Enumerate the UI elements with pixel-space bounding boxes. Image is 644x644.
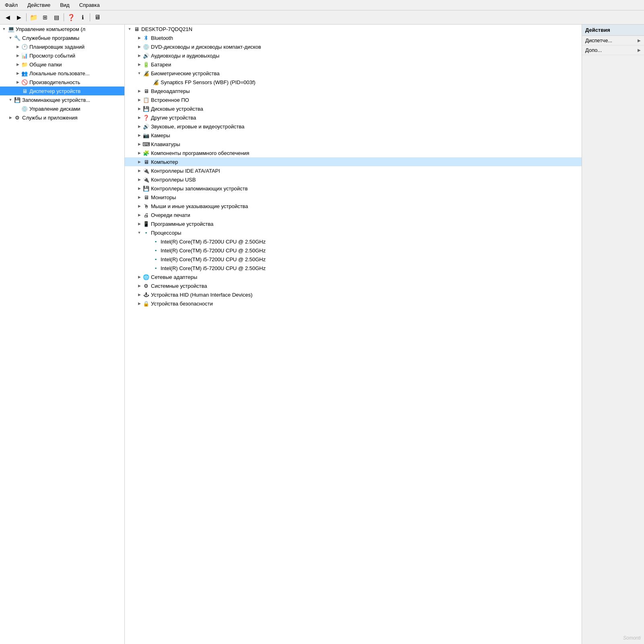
middle-tree-item-desktop-root[interactable]: ▼🖥DESKTOP-7QDQ21N xyxy=(125,25,582,33)
toggle-mid-usb[interactable]: ▶ xyxy=(136,176,142,183)
toggle-event-viewer[interactable]: ▶ xyxy=(14,52,21,59)
left-tree-item-disk-mgmt[interactable]: 💿Управление дисками xyxy=(0,104,124,113)
grid-button[interactable]: ⊞ xyxy=(40,12,50,23)
toggle-mid-system-devices[interactable]: ▶ xyxy=(136,283,142,289)
toggle-local-users[interactable]: ▶ xyxy=(14,70,21,76)
middle-tree-item-cpu2[interactable]: ▪Intel(R) Core(TM) i5-7200U CPU @ 2.50GH… xyxy=(125,246,582,255)
middle-tree-item-video[interactable]: ▶🖥Видеоадаптеры xyxy=(125,87,582,95)
toggle-mid-batteries[interactable]: ▶ xyxy=(136,61,142,68)
list-button[interactable]: ▤ xyxy=(51,12,62,23)
info-button[interactable]: ℹ xyxy=(77,12,88,23)
middle-tree-item-batteries[interactable]: ▶🔋Батареи xyxy=(125,60,582,69)
middle-tree-item-cpu1[interactable]: ▪Intel(R) Core(TM) i5-7200U CPU @ 2.50GH… xyxy=(125,237,582,246)
toggle-shared-folders[interactable]: ▶ xyxy=(14,61,21,68)
left-tree-item-event-viewer[interactable]: ▶📊Просмотр событий xyxy=(0,51,124,60)
toggle-mid-print-queues[interactable]: ▶ xyxy=(136,212,142,218)
menu-action[interactable]: Действие xyxy=(26,1,52,9)
help-button[interactable]: ❓ xyxy=(66,12,76,23)
toggle-mid-other-devices[interactable]: ▶ xyxy=(136,114,142,121)
toggle-mid-software-components[interactable]: ▶ xyxy=(136,150,142,156)
middle-tree-item-firmware[interactable]: ▶📋Встроенное ПО xyxy=(125,95,582,104)
middle-tree-item-other-devices[interactable]: ▶❓Другие устройства xyxy=(125,113,582,122)
left-tree-item-storage[interactable]: ▼💾Запоминающие устройств... xyxy=(0,95,124,104)
left-tree-item-scheduler[interactable]: ▶🕐Планировщик заданий xyxy=(0,42,124,51)
toggle-mid-storage-ctrl[interactable]: ▶ xyxy=(136,185,142,192)
middle-tree-item-synaptics[interactable]: 🔏Synaptics FP Sensors (WBF) (PID=003f) xyxy=(125,78,582,87)
left-tree-item-performance[interactable]: ▶🚫Производительность xyxy=(0,78,124,87)
back-button[interactable]: ◀ xyxy=(2,12,13,23)
action-item-Диспетче...[interactable]: Диспетче...▶ xyxy=(582,36,644,45)
middle-tree-item-cpu4[interactable]: ▪Intel(R) Core(TM) i5-7200U CPU @ 2.50GH… xyxy=(125,264,582,272)
toggle-device-manager[interactable] xyxy=(14,88,21,94)
toggle-mid-biometric[interactable]: ▼ xyxy=(136,70,142,76)
toggle-mid-bluetooth[interactable]: ▶ xyxy=(136,35,142,41)
toggle-mid-hid[interactable]: ▶ xyxy=(136,291,142,298)
menu-help[interactable]: Справка xyxy=(78,1,101,9)
middle-tree-item-biometric[interactable]: ▼🔏Биометрические устройства xyxy=(125,69,582,78)
toggle-storage[interactable]: ▼ xyxy=(7,97,14,103)
toggle-mid-cameras[interactable]: ▶ xyxy=(136,132,142,138)
middle-tree-item-bluetooth[interactable]: ▶Bluetooth xyxy=(125,33,582,42)
middle-tree-item-processors[interactable]: ▼▪Процессоры xyxy=(125,228,582,237)
middle-tree-item-ide[interactable]: ▶🔌Контроллеры IDE ATA/ATAPI xyxy=(125,166,582,175)
toggle-mid-cpu3[interactable] xyxy=(146,256,152,262)
toggle-mid-desktop-root[interactable]: ▼ xyxy=(126,26,133,32)
toggle-mid-keyboards[interactable]: ▶ xyxy=(136,141,142,147)
toggle-mid-computer[interactable]: ▶ xyxy=(136,159,142,165)
toggle-mid-cpu2[interactable] xyxy=(146,247,152,254)
menu-view[interactable]: Вид xyxy=(58,1,71,9)
action-item-Допо...[interactable]: Допо...▶ xyxy=(582,45,644,55)
toggle-mid-sw-devices[interactable]: ▶ xyxy=(136,221,142,227)
left-tree-item-shared-folders[interactable]: ▶📁Общие папки xyxy=(0,60,124,69)
middle-tree-item-hid[interactable]: ▶🕹Устройства HID (Human Interface Device… xyxy=(125,290,582,299)
toggle-mid-network[interactable]: ▶ xyxy=(136,274,142,280)
toggle-mid-cpu4[interactable] xyxy=(146,265,152,271)
middle-tree-item-audio[interactable]: ▶🔊Аудиовходы и аудиовыходы xyxy=(125,51,582,60)
toggle-mid-ide[interactable]: ▶ xyxy=(136,167,142,174)
middle-tree-item-system-devices[interactable]: ▶⚙Системные устройства xyxy=(125,281,582,290)
middle-tree-item-software-components[interactable]: ▶🧩Компоненты программного обеспечения xyxy=(125,149,582,157)
toggle-mid-security[interactable]: ▶ xyxy=(136,300,142,307)
middle-tree-item-monitors[interactable]: ▶🖥Мониторы xyxy=(125,193,582,202)
toggle-services-apps[interactable]: ▶ xyxy=(7,114,14,121)
toggle-mid-disk-drives[interactable]: ▶ xyxy=(136,105,142,112)
middle-tree-item-sound[interactable]: ▶🔊Звуковые, игровые и видеоустройства xyxy=(125,122,582,131)
toggle-mid-mice[interactable]: ▶ xyxy=(136,203,142,209)
toggle-services[interactable]: ▼ xyxy=(7,35,14,41)
toggle-mid-audio[interactable]: ▶ xyxy=(136,52,142,59)
middle-tree-item-computer[interactable]: ▶🖥Компьютер xyxy=(125,157,582,166)
left-tree-item-device-manager[interactable]: 🖥Диспетчер устройств xyxy=(0,87,124,95)
toggle-mid-video[interactable]: ▶ xyxy=(136,88,142,94)
middle-tree-item-dvd[interactable]: ▶💿DVD-дисководы и дисководы компакт-диск… xyxy=(125,42,582,51)
middle-tree-item-mice[interactable]: ▶🖱Мыши и иные указывающие устройства xyxy=(125,202,582,211)
left-tree-item-computer-mgmt[interactable]: ▼💻Управление компьютером (л xyxy=(0,25,124,33)
toggle-computer-mgmt[interactable]: ▼ xyxy=(1,26,7,32)
monitor-button[interactable]: 🖥 xyxy=(92,12,103,23)
left-tree-item-local-users[interactable]: ▶👥Локальные пользовате... xyxy=(0,69,124,78)
middle-tree-item-sw-devices[interactable]: ▶📱Программные устройства xyxy=(125,219,582,228)
middle-tree-item-print-queues[interactable]: ▶🖨Очереди печати xyxy=(125,211,582,219)
middle-tree-item-keyboards[interactable]: ▶⌨Клавиатуры xyxy=(125,140,582,149)
toggle-mid-sound[interactable]: ▶ xyxy=(136,123,142,130)
folder-button[interactable]: 📁 xyxy=(29,12,39,23)
toggle-mid-monitors[interactable]: ▶ xyxy=(136,194,142,200)
toggle-mid-firmware[interactable]: ▶ xyxy=(136,97,142,103)
toggle-disk-mgmt[interactable] xyxy=(14,105,21,112)
toggle-mid-dvd[interactable]: ▶ xyxy=(136,43,142,50)
middle-tree-item-storage-ctrl[interactable]: ▶💾Контроллеры запоминающих устройств xyxy=(125,184,582,193)
menu-file[interactable]: Файл xyxy=(3,1,19,9)
left-tree-item-services-apps[interactable]: ▶⚙Службы и приложения xyxy=(0,113,124,122)
middle-tree-item-network[interactable]: ▶🌐Сетевые адаптеры xyxy=(125,272,582,281)
middle-tree-item-security[interactable]: ▶🔒Устройства безопасности xyxy=(125,299,582,308)
forward-button[interactable]: ▶ xyxy=(14,12,24,23)
toggle-mid-synaptics[interactable] xyxy=(146,79,152,85)
left-tree-item-services[interactable]: ▼🔧Служебные программы xyxy=(0,33,124,42)
middle-tree-item-cameras[interactable]: ▶📷Камеры xyxy=(125,131,582,140)
middle-tree-item-cpu3[interactable]: ▪Intel(R) Core(TM) i5-7200U CPU @ 2.50GH… xyxy=(125,255,582,264)
toggle-scheduler[interactable]: ▶ xyxy=(14,43,21,50)
toggle-performance[interactable]: ▶ xyxy=(14,79,21,85)
toggle-mid-cpu1[interactable] xyxy=(146,238,152,245)
toggle-mid-processors[interactable]: ▼ xyxy=(136,229,142,236)
middle-tree-item-disk-drives[interactable]: ▶💾Дисковые устройства xyxy=(125,104,582,113)
middle-tree-item-usb[interactable]: ▶🔌Контроллеры USB xyxy=(125,175,582,184)
